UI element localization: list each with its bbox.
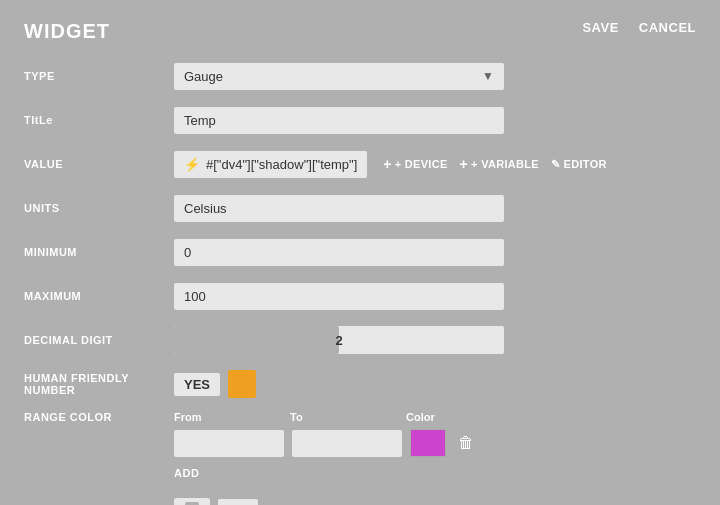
range-percent-toggle[interactable] xyxy=(174,498,210,505)
widget-container: WIDGET SAVE CANCEL TYPE Gauge ▼ TItLe VA… xyxy=(0,0,720,505)
range-header: From To Color xyxy=(174,411,506,423)
add-range-button[interactable]: ADD xyxy=(174,463,199,483)
hfn-row: HUMAN FRIENDLY NUMBER YES xyxy=(24,367,696,401)
value-input-area: ⚡ #["dv4"]["shadow"]["temp"] + + DEVICE … xyxy=(174,151,607,178)
to-header: To xyxy=(290,411,390,423)
maximum-input-wrapper xyxy=(174,283,504,310)
from-header: From xyxy=(174,411,274,423)
save-button[interactable]: SAVE xyxy=(582,20,618,35)
range-color-label: RANGE COLOR xyxy=(24,411,174,423)
range-color-row: RANGE COLOR From To Color 🗑 ADD xyxy=(24,411,696,483)
decimal-label: DECIMAL DIGIT xyxy=(24,334,174,346)
hfn-label: HUMAN FRIENDLY NUMBER xyxy=(24,372,174,396)
value-input-box: ⚡ #["dv4"]["shadow"]["temp"] xyxy=(174,151,367,178)
title-input-wrapper xyxy=(174,107,504,134)
no-label: NO xyxy=(218,499,258,506)
device-label: + DEVICE xyxy=(395,158,448,170)
range-from-input[interactable] xyxy=(174,430,284,457)
variable-button[interactable]: + + VARIABLE xyxy=(460,156,539,172)
editor-label: ✎ EDITOR xyxy=(551,158,607,171)
maximum-row: MAXIMUM xyxy=(24,279,696,313)
title-input[interactable] xyxy=(174,107,504,134)
maximum-label: MAXIMUM xyxy=(24,290,174,302)
units-label: UNITS xyxy=(24,202,174,214)
type-select-wrapper: Gauge ▼ xyxy=(174,63,504,90)
cancel-button[interactable]: CANCEL xyxy=(639,20,696,35)
type-select[interactable]: Gauge xyxy=(174,63,504,90)
slider-fill xyxy=(174,326,339,354)
device-button[interactable]: + + DEVICE xyxy=(383,156,447,172)
editor-button[interactable]: ✎ EDITOR xyxy=(551,156,607,172)
range-to-input[interactable] xyxy=(292,430,402,457)
yes-label: YES xyxy=(174,373,220,396)
slider-value: 2 xyxy=(335,333,342,348)
range-percent-row: RANGE ON PERCENT NO xyxy=(24,493,696,505)
minimum-row: MINIMUM xyxy=(24,235,696,269)
title-label: TItLe xyxy=(24,114,174,126)
action-buttons: + + DEVICE + + VARIABLE ✎ EDITOR xyxy=(383,156,607,172)
plus-icon: + xyxy=(383,156,391,172)
units-input-wrapper xyxy=(174,195,504,222)
top-buttons: SAVE CANCEL xyxy=(582,20,696,35)
color-swatch[interactable] xyxy=(410,429,446,457)
type-row: TYPE Gauge ▼ xyxy=(24,59,696,93)
units-input[interactable] xyxy=(174,195,504,222)
type-label: TYPE xyxy=(24,70,174,82)
hfn-toggle[interactable] xyxy=(228,370,256,398)
delete-range-button[interactable]: 🗑 xyxy=(454,434,478,452)
color-header: Color xyxy=(406,411,506,423)
form-area: TYPE Gauge ▼ TItLe VALUE ⚡ #["dv4"]["sha… xyxy=(24,59,696,505)
range-percent-controls: NO xyxy=(174,498,258,505)
minimum-label: MINIMUM xyxy=(24,246,174,258)
decimal-row: DECIMAL DIGIT 2 xyxy=(24,323,696,357)
range-color-section: From To Color 🗑 ADD xyxy=(174,411,506,483)
decimal-slider[interactable]: 2 xyxy=(174,326,504,354)
lightning-icon: ⚡ xyxy=(184,157,200,172)
minimum-input-wrapper xyxy=(174,239,504,266)
value-row: VALUE ⚡ #["dv4"]["shadow"]["temp"] + + D… xyxy=(24,147,696,181)
title-row: TItLe xyxy=(24,103,696,137)
variable-label: + VARIABLE xyxy=(471,158,539,170)
value-expression: #["dv4"]["shadow"]["temp"] xyxy=(206,157,357,172)
value-label: VALUE xyxy=(24,158,174,170)
minimum-input[interactable] xyxy=(174,239,504,266)
units-row: UNITS xyxy=(24,191,696,225)
range-inputs: 🗑 xyxy=(174,429,506,457)
hfn-controls: YES xyxy=(174,370,256,398)
maximum-input[interactable] xyxy=(174,283,504,310)
plus-icon-2: + xyxy=(460,156,468,172)
